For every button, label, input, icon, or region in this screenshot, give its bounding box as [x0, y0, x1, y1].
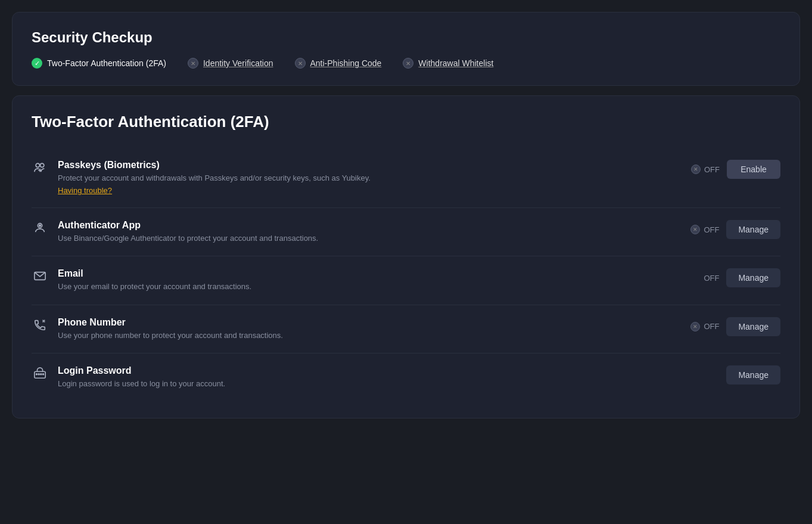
- passkeys-content: Passkeys (Biometrics) Protect your accou…: [58, 160, 682, 196]
- email-right: OFF Manage: [704, 268, 780, 287]
- passkeys-status-label: OFF: [704, 165, 720, 174]
- tfa-item-password: Login Password Login password is used to…: [32, 354, 780, 401]
- checkup-item-antiphishing[interactable]: ✕ Anti-Phishing Code: [295, 58, 382, 69]
- phone-desc: Use your phone number to protect your ac…: [58, 330, 681, 341]
- tfa-item-email: Email Use your email to protect your acc…: [32, 256, 780, 305]
- checkup-item-identity[interactable]: ✕ Identity Verification: [188, 58, 273, 69]
- checkup-items-list: ✓ Two-Factor Authentication (2FA) ✕ Iden…: [32, 58, 780, 69]
- passkeys-trouble-link[interactable]: Having trouble?: [58, 186, 112, 195]
- email-icon: [32, 269, 48, 283]
- x-icon-antiphishing: ✕: [295, 58, 306, 69]
- security-checkup-card: Security Checkup ✓ Two-Factor Authentica…: [12, 12, 800, 86]
- passkeys-status-icon: ✕: [691, 165, 701, 174]
- phone-name: Phone Number: [58, 317, 681, 328]
- password-desc: Login password is used to log in to your…: [58, 379, 717, 389]
- checkup-whitelist-link[interactable]: Withdrawal Whitelist: [418, 58, 493, 68]
- tfa-card: Two-Factor Authentication (2FA) Passkeys…: [12, 95, 800, 418]
- phone-status-label: OFF: [704, 322, 719, 331]
- svg-rect-9: [38, 374, 39, 375]
- passkeys-right: ✕ OFF Enable: [691, 160, 780, 179]
- tfa-section-title: Two-Factor Authentication (2FA): [32, 113, 780, 131]
- authenticator-right: ✕ OFF Manage: [690, 220, 780, 239]
- email-manage-button[interactable]: Manage: [726, 268, 780, 287]
- passkeys-desc: Protect your account and withdrawals wit…: [58, 173, 682, 184]
- passkeys-icon: [32, 161, 48, 174]
- phone-manage-button[interactable]: Manage: [726, 317, 780, 336]
- check-icon: ✓: [32, 58, 42, 69]
- checkup-item-2fa: ✓ Two-Factor Authentication (2FA): [32, 58, 166, 69]
- email-name: Email: [58, 268, 694, 279]
- authenticator-desc: Use Binance/Google Authenticator to prot…: [58, 233, 681, 244]
- authenticator-status: ✕ OFF: [690, 225, 719, 234]
- checkup-identity-link[interactable]: Identity Verification: [203, 58, 273, 68]
- email-content: Email Use your email to protect your acc…: [58, 268, 694, 292]
- passkeys-name: Passkeys (Biometrics): [58, 160, 682, 170]
- security-checkup-title: Security Checkup: [32, 29, 780, 46]
- email-status: OFF: [704, 274, 719, 283]
- password-content: Login Password Login password is used to…: [58, 365, 717, 389]
- passkeys-status: ✕ OFF: [691, 165, 720, 174]
- email-desc: Use your email to protect your account a…: [58, 281, 694, 292]
- tfa-item-phone: Phone Number Use your phone number to pr…: [32, 305, 780, 354]
- phone-icon: [32, 318, 48, 331]
- password-right: Manage: [726, 365, 780, 385]
- phone-content: Phone Number Use your phone number to pr…: [58, 317, 681, 341]
- svg-rect-10: [41, 374, 42, 375]
- tfa-item-authenticator: Authenticator App Use Binance/Google Aut…: [32, 208, 780, 256]
- password-icon: [32, 367, 48, 380]
- checkup-item-whitelist[interactable]: ✕ Withdrawal Whitelist: [403, 58, 493, 69]
- authenticator-manage-button[interactable]: Manage: [726, 220, 780, 239]
- authenticator-status-icon: ✕: [690, 225, 700, 234]
- checkup-2fa-label: Two-Factor Authentication (2FA): [47, 58, 166, 68]
- svg-rect-11: [43, 374, 44, 375]
- phone-right: ✕ OFF Manage: [690, 317, 780, 336]
- checkup-antiphishing-link[interactable]: Anti-Phishing Code: [310, 58, 382, 68]
- svg-point-1: [40, 163, 43, 167]
- password-manage-button[interactable]: Manage: [726, 365, 780, 385]
- phone-status-icon: ✕: [690, 322, 700, 331]
- phone-status: ✕ OFF: [690, 322, 719, 331]
- x-icon-identity: ✕: [188, 58, 198, 69]
- svg-point-3: [39, 225, 41, 227]
- email-status-label: OFF: [704, 274, 719, 283]
- password-name: Login Password: [58, 365, 717, 376]
- authenticator-content: Authenticator App Use Binance/Google Aut…: [58, 220, 681, 244]
- svg-point-0: [36, 163, 39, 167]
- authenticator-icon: [32, 221, 48, 234]
- tfa-item-passkeys: Passkeys (Biometrics) Protect your accou…: [32, 148, 780, 208]
- authenticator-name: Authenticator App: [58, 220, 681, 231]
- x-icon-whitelist: ✕: [403, 58, 413, 69]
- svg-rect-8: [36, 374, 38, 375]
- authenticator-status-label: OFF: [704, 225, 719, 234]
- passkeys-enable-button[interactable]: Enable: [727, 160, 780, 179]
